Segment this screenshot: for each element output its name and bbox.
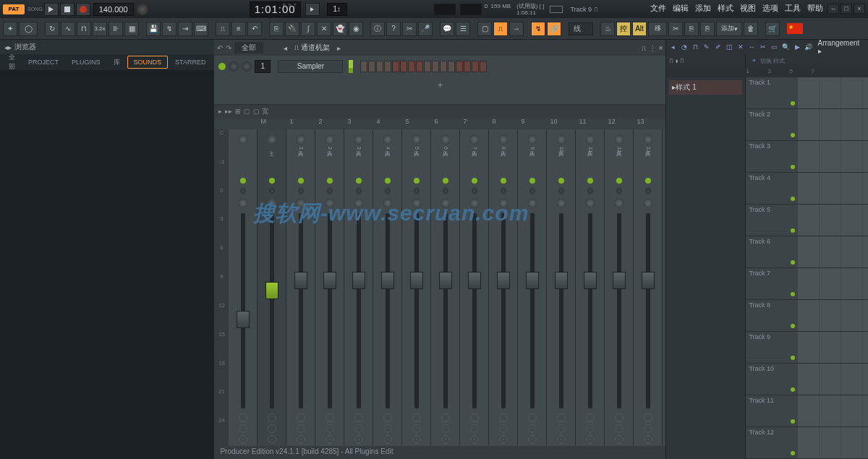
pattern-picker-header[interactable]: ⎍ ⬍ ⎍ (666, 54, 746, 68)
channel-add-button[interactable]: + (214, 77, 665, 93)
strip-fx-led[interactable] (529, 188, 535, 194)
track-header[interactable]: Track 12 (746, 427, 798, 458)
send-knob[interactable] (268, 413, 276, 422)
tb-move[interactable]: 移 (648, 22, 667, 36)
tb-plug[interactable]: 🔌 (285, 22, 299, 36)
collapse-icon[interactable]: ◂▸ (4, 43, 12, 51)
track-header[interactable]: Track 7 (746, 268, 798, 299)
stereo-knob[interactable] (296, 198, 306, 208)
mx-view1[interactable]: ⊞ (235, 108, 241, 115)
playlist-ruler[interactable]: 1357 (666, 68, 868, 77)
pl-brush-icon[interactable]: ✐ (713, 42, 723, 52)
tb-cut[interactable]: ✂ (402, 22, 417, 36)
tb-chain-active[interactable]: 🔗 (547, 22, 561, 36)
playlist-track[interactable]: Track 9 (746, 332, 868, 364)
send-knob[interactable] (470, 424, 479, 433)
send-knob[interactable] (354, 435, 363, 444)
strip-led[interactable] (414, 178, 420, 184)
mixer-insert-strip[interactable]: 插入7 (460, 129, 489, 446)
send-knob[interactable] (528, 435, 537, 444)
fader-track[interactable] (472, 213, 477, 408)
mixer-insert-strip[interactable]: 插入3 (344, 129, 373, 446)
send-knob[interactable] (383, 424, 392, 433)
tb-piano-active[interactable]: ⎍ (493, 22, 508, 36)
send-knob[interactable] (441, 435, 450, 444)
strip-fx-led[interactable] (414, 188, 420, 194)
pattern-number[interactable]: 1↕ (327, 3, 347, 16)
strip-fx-led[interactable] (645, 188, 651, 194)
track-led[interactable] (791, 101, 795, 106)
stereo-knob[interactable] (325, 198, 335, 208)
pan-knob[interactable] (614, 134, 624, 145)
track-header[interactable]: Track 4 (746, 173, 798, 204)
stereo-knob[interactable] (556, 198, 566, 208)
tb-focus[interactable]: ◉ (349, 22, 363, 36)
send-knob[interactable] (354, 413, 363, 422)
fader-track[interactable] (443, 213, 448, 408)
stop-button[interactable] (60, 3, 75, 16)
cr-fwd[interactable]: ↷ (226, 44, 231, 52)
btab-sounds[interactable]: SOUNDS (127, 56, 169, 69)
track-led[interactable] (791, 165, 795, 169)
playlist-tracks[interactable]: Track 1Track 2Track 3Track 4Track 5Track… (746, 77, 868, 459)
channel-vol-knob[interactable] (242, 61, 252, 72)
track-led[interactable] (791, 451, 795, 455)
track-lane[interactable] (798, 141, 868, 172)
stereo-knob[interactable] (527, 198, 537, 208)
pan-knob[interactable] (354, 134, 364, 145)
time-display[interactable]: 1:01:00R S T (250, 1, 301, 17)
track-header[interactable]: Track 8 (746, 300, 798, 331)
menu-patterns[interactable]: 样式 (715, 1, 736, 15)
track-lane[interactable] (798, 268, 868, 299)
track-lane[interactable] (798, 205, 868, 236)
fader-track[interactable] (530, 213, 535, 408)
send-knob[interactable] (557, 424, 566, 433)
strip-fx-led[interactable] (327, 188, 333, 194)
send-knob[interactable] (239, 435, 247, 444)
track-lane[interactable] (798, 173, 868, 204)
stereo-knob[interactable] (238, 198, 248, 208)
fader-cap[interactable] (613, 272, 626, 289)
tb-window[interactable]: ▢ (477, 22, 492, 36)
close-button[interactable]: × (854, 4, 865, 14)
stereo-knob[interactable] (441, 198, 451, 208)
mixer-insert-strip[interactable]: 插入8 (489, 129, 518, 446)
pl-erase-icon[interactable]: ◫ (725, 42, 735, 52)
strip-led[interactable] (385, 178, 391, 184)
pl-slip-icon[interactable]: ↔ (747, 42, 757, 52)
tb-m2[interactable]: ▦ (124, 22, 139, 36)
track-lane[interactable] (798, 77, 868, 108)
fader-track[interactable] (501, 213, 506, 408)
track-header[interactable]: Track 10 (746, 364, 798, 395)
mixer-insert-strip[interactable]: 插入9 (518, 129, 547, 446)
menu-options[interactable]: 选项 (760, 1, 781, 15)
playlist-track[interactable]: Track 10 (746, 364, 868, 395)
send-knob[interactable] (499, 424, 508, 433)
midi-indicator[interactable] (550, 6, 563, 13)
pl-play-icon[interactable]: ▶ (792, 42, 802, 52)
cr-graph-icon[interactable]: ⎍ (642, 44, 646, 52)
strip-led[interactable] (472, 178, 477, 184)
send-knob[interactable] (326, 413, 334, 422)
fader-cap[interactable] (237, 311, 250, 328)
mixer-insert-strip[interactable]: 插入10 (547, 129, 576, 446)
fader-track[interactable] (588, 213, 592, 408)
send-knob[interactable] (499, 413, 508, 422)
mixer-insert-strip[interactable]: 插入2 (315, 129, 344, 446)
channel-mute-led[interactable] (218, 63, 226, 70)
strip-led[interactable] (529, 178, 535, 184)
tb-onekey[interactable]: ⌨ (194, 22, 208, 36)
send-knob[interactable] (239, 413, 247, 422)
send-knob[interactable] (383, 435, 392, 444)
mx-back[interactable]: ▸ (218, 108, 222, 115)
tb-mixer[interactable]: ⎍ (216, 22, 230, 36)
stereo-knob[interactable] (354, 198, 364, 208)
strip-led[interactable] (501, 178, 506, 184)
tb-close[interactable]: ✕ (317, 22, 331, 36)
strip-led[interactable] (356, 178, 362, 184)
fader-cap[interactable] (439, 272, 452, 289)
btab-plugins[interactable]: PLUGINS (66, 56, 106, 68)
strip-fx-led[interactable] (558, 188, 564, 194)
send-knob[interactable] (615, 413, 624, 422)
playlist-track[interactable]: Track 8 (746, 300, 868, 332)
